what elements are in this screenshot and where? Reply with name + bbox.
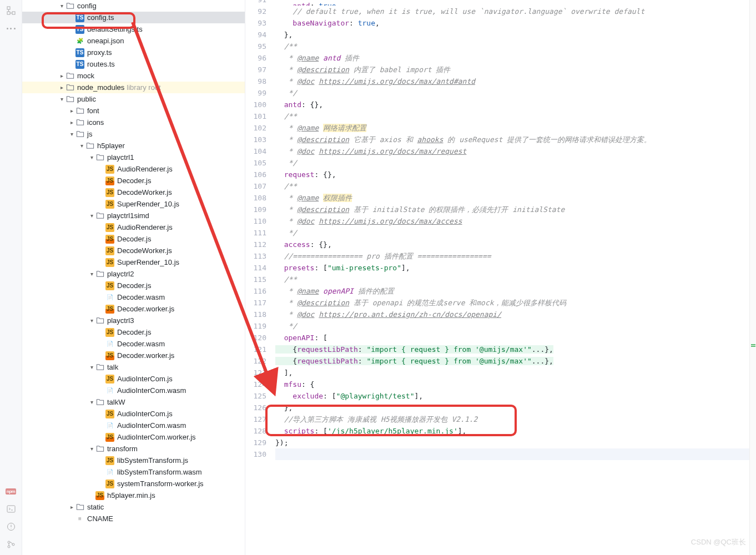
terminal-icon[interactable]: [6, 504, 16, 514]
tree-file[interactable]: 📄libSystemTransform.wasm: [22, 466, 245, 478]
tree-folder[interactable]: ▾playctrl1: [22, 152, 245, 163]
code-line[interactable]: request: {},: [275, 169, 756, 180]
tree-folder[interactable]: ▸mock: [22, 70, 245, 82]
tree-file[interactable]: JSDecoder.worker.js: [22, 350, 245, 361]
tree-file[interactable]: TSroutes.ts: [22, 58, 245, 70]
tree-folder[interactable]: ▾h5player: [22, 140, 245, 152]
tree-file[interactable]: JSDecoder.js: [22, 175, 245, 186]
code-line[interactable]: /**: [275, 41, 756, 52]
code-area[interactable]: antd: true, // default true, when it is …: [273, 0, 756, 555]
chevron-right-icon[interactable]: ▸: [68, 119, 75, 127]
code-line[interactable]: {requestLibPath: "import { request } fro…: [275, 344, 756, 355]
chevron-down-icon[interactable]: ▾: [88, 212, 95, 220]
code-line[interactable]: baseNavigator: true,: [275, 17, 756, 29]
code-line[interactable]: antd: {},: [275, 99, 756, 110]
tree-file[interactable]: 📄Decoder.wasm: [22, 291, 245, 303]
code-line[interactable]: */: [275, 227, 756, 239]
code-line[interactable]: * @name 权限插件: [275, 192, 756, 204]
tree-file[interactable]: TSdefaultSettings.ts: [22, 23, 245, 35]
chevron-down-icon[interactable]: ▾: [88, 317, 95, 325]
tree-folder[interactable]: ▾js: [22, 128, 245, 140]
code-line[interactable]: },: [275, 29, 756, 41]
tree-file[interactable]: TSproxy.ts: [22, 47, 245, 58]
tree-file[interactable]: 🧩oneapi.json: [22, 35, 245, 47]
tree-file[interactable]: JSsystemTransform-worker.js: [22, 478, 245, 490]
code-line[interactable]: scripts: ['/js/h5player/h5player.min.js'…: [275, 425, 756, 437]
tree-folder[interactable]: ▾talk: [22, 361, 245, 373]
tree-folder[interactable]: ▸static: [22, 501, 245, 513]
code-line[interactable]: exclude: ["@playwright/test"],: [275, 390, 756, 402]
chevron-right-icon[interactable]: ▸: [58, 72, 65, 80]
code-line[interactable]: });: [275, 437, 756, 448]
code-line[interactable]: * @name openAPI 插件的配置: [275, 285, 756, 297]
tree-folder[interactable]: ▾playctrl3: [22, 315, 245, 326]
code-line[interactable]: * @name 网络请求配置: [275, 122, 756, 134]
tree-folder[interactable]: ▸icons: [22, 117, 245, 128]
tree-file[interactable]: JSDecoder.js: [22, 326, 245, 338]
code-line[interactable]: //================ pro 插件配置 ============…: [275, 250, 756, 262]
chevron-down-icon[interactable]: ▾: [68, 130, 75, 138]
code-line[interactable]: */: [275, 87, 756, 99]
code-line[interactable]: access: {},: [275, 239, 756, 250]
code-line[interactable]: {requestLibPath: "import { request } fro…: [275, 355, 756, 367]
code-line[interactable]: openAPI: [: [275, 332, 756, 344]
code-line[interactable]: * @description 它基于 axios 和 ahooks 的 useR…: [275, 134, 756, 145]
code-line[interactable]: * @description 内置了 babel import 插件: [275, 64, 756, 75]
code-line[interactable]: },: [275, 402, 756, 413]
tree-folder[interactable]: ▾playctrl1simd: [22, 210, 245, 221]
tree-file[interactable]: 📄Decoder.wasm: [22, 338, 245, 350]
tree-file[interactable]: ≡CNAME: [22, 513, 245, 524]
tree-file[interactable]: JSAudioInterCom.js: [22, 408, 245, 420]
code-line[interactable]: [275, 448, 756, 460]
tree-folder[interactable]: ▾public: [22, 93, 245, 105]
structure-icon[interactable]: [6, 6, 16, 16]
tree-file[interactable]: JSlibSystemTransform.js: [22, 455, 245, 466]
chevron-down-icon[interactable]: ▾: [88, 445, 95, 453]
tree-folder[interactable]: ▸font: [22, 105, 245, 117]
chevron-down-icon[interactable]: ▾: [78, 142, 85, 150]
chevron-right-icon[interactable]: ▸: [68, 503, 75, 511]
code-line[interactable]: // default true, when it is true, will u…: [275, 6, 756, 17]
code-line[interactable]: * @doc https://umijs.org/docs/max/reques…: [275, 145, 756, 157]
code-line[interactable]: //导入第三方脚本 海康威视 H5视频播放器开发包 V2.1.2: [275, 413, 756, 425]
tree-file[interactable]: 📄AudioInterCom.wasm: [22, 420, 245, 431]
chevron-down-icon[interactable]: ▾: [88, 154, 95, 162]
tree-file[interactable]: JSh5player.min.js: [22, 490, 245, 501]
code-line[interactable]: /**: [275, 274, 756, 285]
code-line[interactable]: mfsu: {: [275, 379, 756, 390]
project-tree[interactable]: ▾configTSconfig.tsTSdefaultSettings.ts🧩o…: [22, 0, 245, 555]
code-line[interactable]: */: [275, 157, 756, 169]
tree-folder[interactable]: ▸node_moduleslibrary root: [22, 82, 245, 93]
code-line[interactable]: ],: [275, 367, 756, 379]
tree-file[interactable]: JSDecodeWorker.js: [22, 245, 245, 256]
npm-icon[interactable]: npm: [6, 486, 16, 496]
scrollbar[interactable]: [749, 0, 756, 555]
code-line[interactable]: /**: [275, 180, 756, 192]
tree-file[interactable]: JSAudioRenderer.js: [22, 221, 245, 233]
problems-icon[interactable]: [6, 522, 16, 532]
tree-file[interactable]: JSDecoder.js: [22, 233, 245, 245]
tree-file[interactable]: JSAudioRenderer.js: [22, 163, 245, 175]
chevron-down-icon[interactable]: ▾: [88, 364, 95, 371]
tree-file[interactable]: JSDecoder.js: [22, 280, 245, 291]
code-line[interactable]: antd: true,: [275, 0, 756, 6]
chevron-down-icon[interactable]: ▾: [88, 398, 95, 406]
git-icon[interactable]: [6, 539, 16, 549]
tree-file[interactable]: JSSuperRender_10.js: [22, 256, 245, 268]
tree-file[interactable]: JSSuperRender_10.js: [22, 198, 245, 210]
chevron-right-icon[interactable]: ▸: [58, 84, 65, 92]
tree-file[interactable]: JSAudioInterCom.js: [22, 373, 245, 385]
chevron-down-icon[interactable]: ▾: [88, 270, 95, 278]
chevron-down-icon[interactable]: ▾: [58, 95, 65, 103]
code-line[interactable]: * @doc https://umijs.org/docs/max/antd#a…: [275, 75, 756, 87]
code-line[interactable]: * @doc https://pro.ant.design/zh-cn/docs…: [275, 309, 756, 320]
tree-folder[interactable]: ▾playctrl2: [22, 268, 245, 280]
tree-file[interactable]: JSDecoder.worker.js: [22, 303, 245, 315]
tree-folder[interactable]: ▾talkW: [22, 396, 245, 408]
tree-folder[interactable]: ▾transform: [22, 443, 245, 455]
chevron-down-icon[interactable]: ▾: [58, 2, 65, 10]
code-line[interactable]: presets: ["umi-presets-pro"],: [275, 262, 756, 274]
code-line[interactable]: */: [275, 320, 756, 332]
code-line[interactable]: * @doc https://umijs.org/docs/max/access: [275, 215, 756, 227]
more-icon[interactable]: [7, 23, 16, 33]
